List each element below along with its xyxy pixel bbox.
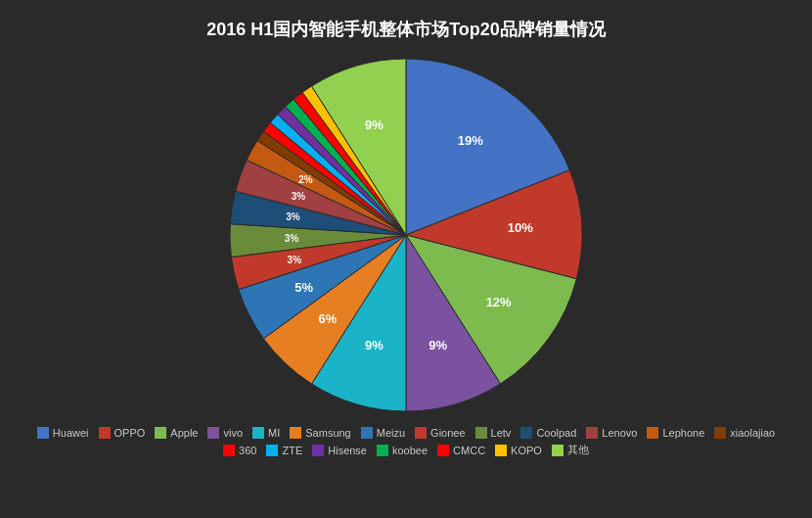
chart-container: 19%10%12%9%9%6%5%3%3%3%3%2%9% xyxy=(220,49,592,421)
legend-label-lenovo: Lenovo xyxy=(602,427,637,439)
legend-item-lenovo: Lenovo xyxy=(586,427,637,439)
legend-item-其他: 其他 xyxy=(552,443,589,457)
legend-label-apple: Apple xyxy=(170,427,198,439)
legend-item-huawei: Huawei xyxy=(37,427,89,439)
pie-label-samsung: 6% xyxy=(319,311,338,326)
pie-label-apple: 12% xyxy=(486,295,512,309)
legend-label-mi: MI xyxy=(268,427,280,439)
legend-item-koobee: koobee xyxy=(377,443,428,457)
pie-label-huawei: 19% xyxy=(458,133,483,148)
legend-color-vivo xyxy=(207,427,219,439)
legend-label-oppo: OPPO xyxy=(114,427,146,439)
legend-color-letv xyxy=(475,427,487,439)
pie-label-lephone: 2% xyxy=(298,174,313,185)
legend-color-samsung xyxy=(290,427,301,439)
legend-item-vivo: vivo xyxy=(207,427,243,439)
legend-item-letv: Letv xyxy=(475,427,512,439)
legend-item-gionee: Gionee xyxy=(415,427,465,439)
pie-label-lenovo: 3% xyxy=(292,191,306,202)
legend-color-mi xyxy=(252,427,264,439)
legend-label-cmcc: CMCC xyxy=(453,445,485,456)
legend-item-mi: MI xyxy=(252,427,280,439)
legend-label-lephone: Lephone xyxy=(662,427,704,439)
legend-item-oppo: OPPO xyxy=(99,427,146,439)
legend-label-hisense: Hisense xyxy=(328,445,367,456)
legend-item-samsung: Samsung xyxy=(290,427,350,439)
legend-color-coolpad xyxy=(520,427,532,439)
chart-legend: HuaweiOPPOApplevivoMISamsungMeizuGioneeL… xyxy=(0,427,812,457)
legend-item-cmcc: CMCC xyxy=(437,443,485,457)
legend-color-kopo xyxy=(495,445,507,456)
pie-label-meizu: 5% xyxy=(294,280,313,295)
legend-color-hisense xyxy=(312,445,324,456)
legend-color-lephone xyxy=(647,427,658,439)
legend-label-samsung: Samsung xyxy=(305,427,350,439)
legend-label-vivo: vivo xyxy=(223,427,243,439)
legend-color-lenovo xyxy=(586,427,598,439)
pie-label-gionee: 3% xyxy=(288,255,302,265)
legend-label-huawei: Huawei xyxy=(53,427,89,439)
legend-label-meizu: Meizu xyxy=(377,427,405,439)
pie-label-其他: 9% xyxy=(365,118,383,132)
legend-item-apple: Apple xyxy=(155,427,198,439)
legend-color-xiaolajiao xyxy=(714,427,726,439)
legend-color-360 xyxy=(223,445,235,456)
legend-item-360: 360 xyxy=(223,443,256,457)
legend-label-其他: 其他 xyxy=(567,443,589,457)
legend-color-gionee xyxy=(415,427,427,439)
legend-label-letv: Letv xyxy=(491,427,512,439)
pie-label-letv: 3% xyxy=(285,233,299,244)
legend-color-huawei xyxy=(37,427,49,439)
legend-color-apple xyxy=(155,427,166,439)
legend-color-oppo xyxy=(99,427,111,439)
chart-title: 2016 H1国内智能手机整体市场Top20品牌销量情况 xyxy=(206,18,606,41)
pie-label-coolpad: 3% xyxy=(286,212,300,222)
pie-label-mi: 9% xyxy=(365,338,383,353)
legend-label-coolpad: Coolpad xyxy=(536,427,576,439)
legend-item-kopo: KOPO xyxy=(495,443,542,457)
legend-color-zte xyxy=(266,445,278,456)
legend-label-zte: ZTE xyxy=(282,445,302,456)
pie-label-vivo: 9% xyxy=(429,338,447,353)
legend-item-coolpad: Coolpad xyxy=(520,427,576,439)
legend-label-koobee: koobee xyxy=(392,445,428,456)
legend-label-360: 360 xyxy=(239,445,256,456)
legend-label-xiaolajiao: xiaolajiao xyxy=(730,427,775,439)
legend-color-meizu xyxy=(361,427,373,439)
pie-label-oppo: 10% xyxy=(508,220,533,235)
legend-color-其他 xyxy=(552,445,564,456)
legend-label-kopo: KOPO xyxy=(511,445,542,456)
legend-item-zte: ZTE xyxy=(266,443,302,457)
legend-item-hisense: Hisense xyxy=(312,443,367,457)
legend-item-lephone: Lephone xyxy=(647,427,704,439)
pie-chart: 19%10%12%9%9%6%5%3%3%3%3%2%9% xyxy=(220,49,592,421)
legend-color-koobee xyxy=(377,445,388,456)
legend-label-gionee: Gionee xyxy=(430,427,465,439)
legend-color-cmcc xyxy=(437,445,449,456)
legend-item-meizu: Meizu xyxy=(361,427,405,439)
legend-item-xiaolajiao: xiaolajiao xyxy=(714,427,775,439)
